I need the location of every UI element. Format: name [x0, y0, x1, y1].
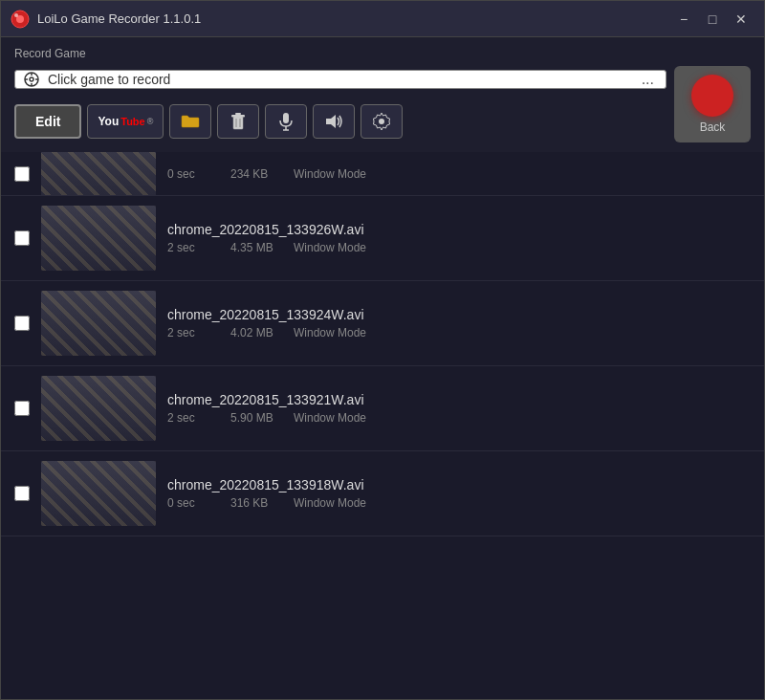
- app-logo: [11, 10, 30, 29]
- window-controls: − □ ✕: [670, 6, 754, 33]
- svg-rect-10: [231, 115, 245, 118]
- microphone-icon: [278, 112, 294, 131]
- item-thumbnail-1: [41, 206, 156, 271]
- item-info-4: chrome_20220815_133918W.avi 0 sec 316 KB…: [167, 477, 751, 510]
- svg-point-8: [30, 77, 33, 81]
- main-window: LoiLo Game Recorder 1.1.0.1 − □ ✕ Record…: [0, 0, 765, 700]
- youtube-icon: You: [98, 115, 119, 128]
- item-size-3: 5.90 MB: [230, 411, 278, 425]
- item-duration-partial: 0 sec: [167, 167, 215, 181]
- youtube-label: Tube: [120, 116, 144, 127]
- recording-item-partial: 0 sec 234 KB Window Mode: [1, 152, 764, 196]
- svg-point-18: [379, 119, 384, 124]
- item-checkbox-2[interactable]: [14, 316, 30, 331]
- volume-button[interactable]: [313, 104, 355, 139]
- folder-icon: [181, 114, 200, 129]
- item-size-1: 4.35 MB: [230, 241, 278, 254]
- svg-marker-17: [326, 115, 336, 128]
- item-mode-2: Window Mode: [294, 326, 366, 339]
- item-mode-4: Window Mode: [294, 496, 366, 510]
- maximize-button[interactable]: □: [699, 6, 726, 33]
- item-duration-4: 0 sec: [167, 496, 215, 510]
- item-mode-3: Window Mode: [294, 411, 366, 425]
- crosshair-icon: [23, 71, 40, 88]
- item-checkbox-4[interactable]: [14, 486, 30, 501]
- gear-icon: [372, 112, 391, 131]
- item-filename-1: chrome_20220815_133926W.avi: [167, 222, 751, 237]
- volume-icon: [324, 113, 343, 130]
- list-item: chrome_20220815_133921W.avi 2 sec 5.90 M…: [1, 366, 764, 451]
- toolbar-area: Record Game Click game to record ...: [1, 37, 764, 152]
- item-info-1: chrome_20220815_133926W.avi 2 sec 4.35 M…: [167, 222, 751, 254]
- microphone-button[interactable]: [265, 104, 307, 139]
- item-thumbnail-partial: [41, 152, 156, 196]
- list-item: chrome_20220815_133918W.avi 0 sec 316 KB…: [1, 451, 764, 536]
- item-meta-partial: 0 sec 234 KB Window Mode: [167, 167, 751, 181]
- item-mode-partial: Window Mode: [294, 167, 366, 181]
- svg-rect-14: [283, 113, 289, 123]
- app-title: LoiLo Game Recorder 1.1.0.1: [37, 11, 670, 26]
- list-item: chrome_20220815_133924W.avi 2 sec 4.02 M…: [1, 281, 764, 366]
- game-select-text: Click game to record: [48, 72, 630, 87]
- folder-button[interactable]: [169, 104, 211, 139]
- item-thumbnail-4: [41, 461, 156, 526]
- item-thumbnail-3: [41, 376, 156, 441]
- item-checkbox-partial[interactable]: [14, 166, 30, 182]
- ellipsis-button[interactable]: ...: [638, 71, 658, 88]
- item-meta-3: 2 sec 5.90 MB Window Mode: [167, 411, 751, 425]
- item-thumbnail-2: [41, 291, 156, 356]
- item-info-2: chrome_20220815_133924W.avi 2 sec 4.02 M…: [167, 307, 751, 339]
- record-label: Record Game: [14, 47, 751, 60]
- list-item: chrome_20220815_133926W.avi 2 sec 4.35 M…: [1, 196, 764, 281]
- svg-point-2: [14, 13, 18, 17]
- item-duration-2: 2 sec: [167, 326, 215, 339]
- svg-rect-11: [235, 113, 241, 115]
- item-size-4: 316 KB: [230, 496, 278, 510]
- svg-rect-9: [233, 117, 243, 129]
- close-button[interactable]: ✕: [728, 6, 754, 33]
- item-meta-4: 0 sec 316 KB Window Mode: [167, 496, 751, 510]
- record-button-area[interactable]: Back: [674, 66, 751, 142]
- registered-mark: ®: [147, 117, 154, 126]
- edit-button[interactable]: Edit: [14, 104, 81, 139]
- action-buttons-row: Edit You Tube ®: [14, 104, 667, 139]
- minimize-button[interactable]: −: [670, 6, 697, 33]
- title-bar: LoiLo Game Recorder 1.1.0.1 − □ ✕: [1, 1, 764, 37]
- item-filename-3: chrome_20220815_133921W.avi: [167, 392, 751, 407]
- recording-list: 0 sec 234 KB Window Mode chrome_20220815…: [1, 152, 764, 699]
- item-duration-1: 2 sec: [167, 241, 215, 254]
- item-meta-1: 2 sec 4.35 MB Window Mode: [167, 241, 751, 254]
- record-dot: [691, 75, 733, 117]
- item-mode-1: Window Mode: [294, 241, 366, 254]
- item-filename-4: chrome_20220815_133918W.avi: [167, 477, 751, 492]
- game-select-box[interactable]: Click game to record ...: [14, 70, 667, 89]
- item-info-3: chrome_20220815_133921W.avi 2 sec 5.90 M…: [167, 392, 751, 425]
- item-checkbox-1[interactable]: [14, 230, 30, 246]
- trash-icon: [230, 112, 246, 131]
- settings-button[interactable]: [361, 104, 403, 139]
- item-size-2: 4.02 MB: [230, 326, 278, 339]
- item-size-partial: 234 KB: [230, 167, 278, 181]
- item-filename-2: chrome_20220815_133924W.avi: [167, 307, 751, 322]
- toolbar-row: Click game to record ... Edit You Tube ®: [14, 66, 751, 142]
- delete-button[interactable]: [217, 104, 259, 139]
- item-duration-3: 2 sec: [167, 411, 215, 425]
- youtube-button[interactable]: You Tube ®: [87, 104, 164, 139]
- back-label: Back: [700, 120, 726, 134]
- item-checkbox-3[interactable]: [14, 401, 30, 416]
- item-info-partial: 0 sec 234 KB Window Mode: [167, 167, 751, 181]
- item-meta-2: 2 sec 4.02 MB Window Mode: [167, 326, 751, 339]
